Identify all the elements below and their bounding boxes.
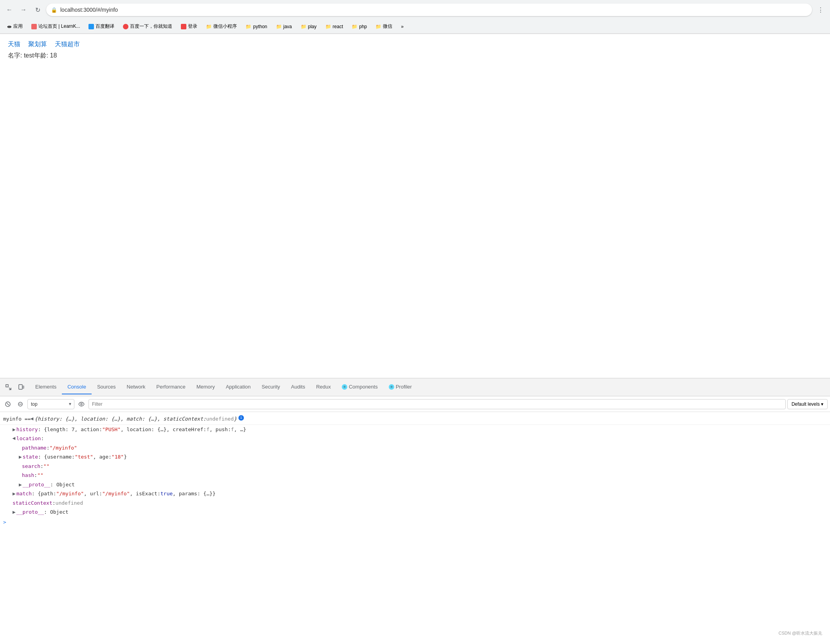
folder-icon-wechat2: 📁	[375, 24, 381, 29]
levels-label: Default levels ▾	[792, 401, 823, 407]
bookmark-forum-label: 论坛首页 | LearnK...	[38, 23, 80, 30]
link-tianmao[interactable]: 天猫	[8, 40, 20, 49]
bookmark-more[interactable]: »	[398, 23, 407, 30]
login-favicon	[181, 24, 186, 29]
svg-rect-0	[6, 385, 8, 387]
page-links: 天猫 聚划算 天猫超市	[8, 40, 822, 49]
folder-icon-play: 📁	[301, 24, 307, 29]
console-toolbar: top ▼ Default levels ▾	[0, 396, 830, 412]
svg-rect-1	[19, 385, 22, 389]
tab-elements[interactable]: Elements	[30, 380, 62, 394]
bookmark-baidu-label: 百度一下，你就知道	[130, 23, 172, 30]
bookmark-wechat-mini-label: 微信小程序	[213, 23, 237, 30]
bookmark-translate-label: 百度翻译	[96, 23, 114, 30]
console-pathname-line: pathname : "/myinfo"	[0, 443, 830, 453]
url-text: localhost:3000/#/myinfo	[60, 7, 118, 13]
expand-arrow-proto-loc[interactable]: ▶	[19, 481, 22, 489]
console-prompt[interactable]: >	[0, 517, 830, 528]
console-search-line: search : ""	[0, 462, 830, 471]
bookmark-play[interactable]: 📁 play	[298, 23, 320, 30]
svg-point-7	[81, 403, 82, 405]
tab-network[interactable]: Network	[121, 380, 151, 394]
tab-performance[interactable]: Performance	[151, 380, 191, 394]
device-toolbar-button[interactable]	[16, 382, 27, 393]
console-hash-line: hash : ""	[0, 471, 830, 480]
back-button[interactable]: ←	[4, 4, 15, 15]
dont-preserve-log-button[interactable]	[15, 399, 26, 410]
folder-icon-react: 📁	[325, 24, 331, 29]
bookmark-login[interactable]: 登录	[178, 22, 200, 31]
translate-favicon	[88, 24, 94, 29]
bookmark-wechat[interactable]: 📁 微信	[372, 22, 395, 31]
folder-icon-php: 📁	[352, 24, 357, 29]
bookmark-python-label: python	[253, 24, 267, 29]
bookmark-wechat-mini[interactable]: 📁 微信小程序	[203, 22, 240, 31]
expand-arrow-match[interactable]: ▶	[13, 490, 16, 498]
tab-profiler[interactable]: ⚛ Profiler	[383, 380, 417, 394]
bookmark-php-label: php	[359, 24, 367, 29]
tab-console[interactable]: Console	[62, 380, 92, 394]
console-proto-location-line[interactable]: ▶ __proto__ : Object	[0, 480, 830, 489]
svg-line-4	[7, 403, 9, 405]
svg-rect-2	[23, 386, 24, 389]
filter-input[interactable]	[88, 399, 786, 409]
console-location-label[interactable]: ▼ location :	[0, 434, 830, 443]
bookmark-php[interactable]: 📁 php	[348, 23, 370, 30]
clear-console-button[interactable]	[2, 399, 13, 410]
bookmark-react[interactable]: 📁 react	[322, 23, 346, 30]
console-myinfo-main[interactable]: myinfo == ▼ {history: {…}, location: {…}…	[0, 414, 830, 425]
menu-button[interactable]: ⋮	[815, 4, 826, 15]
expand-arrow-main[interactable]: ▼	[29, 417, 36, 421]
bookmark-forum[interactable]: 论坛首页 | LearnK...	[28, 22, 83, 31]
address-bar[interactable]: 🔒 localhost:3000/#/myinfo	[46, 4, 812, 16]
page-content: 天猫 聚划算 天猫超市 名字: test年龄: 18	[0, 34, 830, 261]
tab-memory[interactable]: Memory	[191, 380, 220, 394]
tab-components[interactable]: ⚛ Components	[336, 380, 383, 394]
bookmark-apps[interactable]: ⇼ 应用	[4, 22, 26, 31]
refresh-button[interactable]: ↻	[32, 4, 43, 15]
bookmark-baidu-translate[interactable]: 百度翻译	[85, 22, 117, 31]
more-bookmarks-icon: »	[401, 24, 404, 29]
bookmark-login-label: 登录	[188, 23, 197, 30]
console-static-context-line: staticContext : undefined	[0, 498, 830, 508]
console-state-line[interactable]: ▶ state : {username: "test" , age: "18" …	[0, 452, 830, 462]
eye-button[interactable]	[76, 399, 87, 410]
link-tianmao-supermarket[interactable]: 天猫超市	[55, 40, 80, 49]
context-select[interactable]: top	[27, 399, 74, 409]
context-selector-wrapper: top ▼	[27, 399, 74, 409]
console-output: myinfo == ▼ {history: {…}, location: {…}…	[0, 412, 830, 644]
bookmark-java-label: java	[283, 24, 292, 29]
expand-arrow-location[interactable]: ▼	[10, 437, 18, 440]
folder-icon-java: 📁	[276, 24, 282, 29]
default-levels-button[interactable]: Default levels ▾	[787, 399, 828, 409]
bookmark-python[interactable]: 📁 python	[242, 23, 270, 30]
folder-icon-python: 📁	[245, 24, 251, 29]
bookmark-java[interactable]: 📁 java	[273, 23, 295, 30]
page-info-text: 名字: test年龄: 18	[8, 52, 822, 60]
console-history-line[interactable]: ▶ history : {length: 7, action: "PUSH" ,…	[0, 425, 830, 434]
apps-icon: ⇼	[7, 23, 12, 30]
prompt-arrow-icon: >	[3, 518, 6, 526]
tab-sources[interactable]: Sources	[92, 380, 121, 394]
tab-redux[interactable]: Redux	[310, 380, 336, 394]
bookmark-baidu-search[interactable]: 百度一下，你就知道	[120, 22, 175, 31]
forward-button[interactable]: →	[18, 4, 29, 15]
console-proto-main-line[interactable]: ▶ __proto__ : Object	[0, 507, 830, 517]
bookmark-wechat-label: 微信	[383, 23, 392, 30]
expand-arrow-state[interactable]: ▶	[19, 453, 22, 461]
tab-audits[interactable]: Audits	[285, 380, 310, 394]
console-match-line[interactable]: ▶ match : {path: "/myinfo" , url: "/myin…	[0, 489, 830, 498]
folder-icon-wechat: 📁	[206, 24, 212, 29]
link-juhuasuan[interactable]: 聚划算	[28, 40, 47, 49]
expand-arrow-history[interactable]: ▶	[13, 426, 16, 434]
devtools-tab-bar: Elements Console Sources Network Perform…	[0, 378, 830, 396]
bookmark-play-label: play	[308, 24, 317, 29]
bookmarks-bar: ⇼ 应用 论坛首页 | LearnK... 百度翻译 百度一下，你就知道 登录 …	[0, 20, 830, 34]
lock-icon: 🔒	[51, 7, 57, 13]
inspect-element-button[interactable]	[3, 382, 14, 393]
tab-security[interactable]: Security	[256, 380, 285, 394]
bookmark-apps-label: 应用	[13, 23, 23, 30]
expand-arrow-proto-main[interactable]: ▶	[13, 508, 16, 516]
tab-application[interactable]: Application	[220, 380, 256, 394]
forum-favicon	[31, 24, 37, 29]
